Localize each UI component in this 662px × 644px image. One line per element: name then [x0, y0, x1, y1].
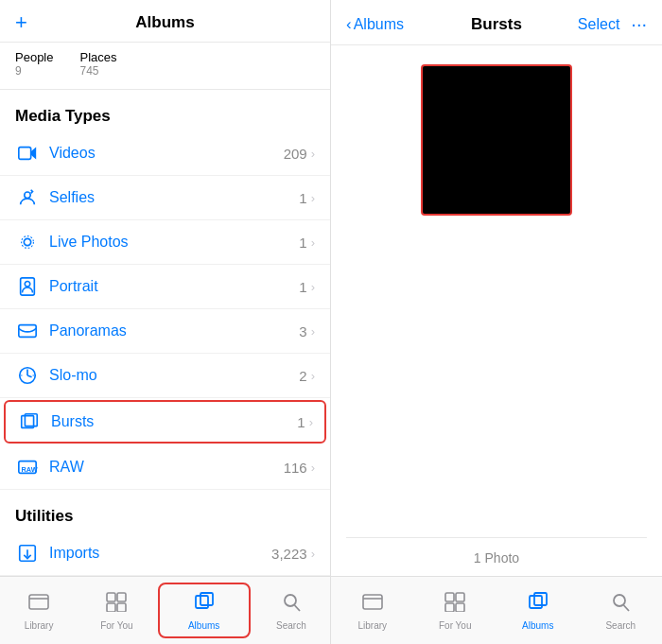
left-tab-bar: Library For You Albums Search [0, 576, 330, 644]
svg-rect-25 [196, 596, 208, 608]
svg-rect-33 [456, 603, 464, 612]
left-panel: + Albums People 9 Places 745 Media Types… [0, 0, 331, 644]
svg-point-6 [25, 282, 30, 287]
svg-line-10 [27, 375, 32, 377]
people-item[interactable]: People 9 [15, 50, 53, 78]
left-tab-library[interactable]: Library [0, 577, 78, 644]
live-photo-icon [15, 230, 40, 254]
media-types-header: Media Types [0, 90, 330, 131]
svg-rect-32 [445, 603, 454, 612]
video-icon [15, 141, 40, 165]
svg-point-3 [24, 238, 30, 245]
svg-rect-21 [107, 593, 115, 601]
svg-rect-30 [445, 593, 454, 601]
list-item-raw[interactable]: RAW RAW 116 › [0, 445, 330, 490]
right-content: 1 Photo [331, 45, 662, 576]
raw-chevron: › [311, 461, 315, 475]
svg-rect-23 [107, 603, 115, 612]
imports-count: 3,223 [271, 546, 307, 562]
right-tab-search[interactable]: Search [580, 577, 663, 644]
right-tab-library[interactable]: Library [331, 577, 414, 644]
list-item-live-photos[interactable]: Live Photos 1 › [0, 220, 330, 265]
portrait-icon [15, 274, 40, 299]
back-label: Albums [354, 16, 404, 33]
back-button[interactable]: ‹ Albums [346, 15, 404, 34]
list-item-bursts[interactable]: Bursts 1 › [4, 400, 326, 444]
list-item-panoramas[interactable]: Panoramas 3 › [0, 309, 330, 354]
right-tab-albums[interactable]: Albums [496, 577, 580, 644]
photo-count-text: 1 Photo [474, 550, 519, 566]
slomo-icon [15, 363, 40, 388]
videos-chevron: › [311, 147, 315, 161]
raw-icon: RAW [15, 455, 40, 479]
live-photos-count: 1 [299, 235, 306, 251]
videos-count: 209 [284, 146, 307, 162]
panoramas-chevron: › [311, 324, 315, 339]
svg-marker-1 [31, 148, 36, 160]
left-title: Albums [135, 13, 194, 32]
left-tab-library-label: Library [25, 620, 54, 631]
portrait-count: 1 [299, 279, 306, 295]
right-foryou-tab-icon [444, 591, 466, 618]
left-tab-for-you-label: For You [100, 620, 132, 631]
bursts-icon [17, 409, 42, 434]
list-item-selfies[interactable]: Selfies 1 › [0, 176, 330, 220]
search-tab-icon [280, 591, 303, 618]
select-button[interactable]: Select [578, 16, 619, 33]
svg-rect-0 [19, 148, 31, 160]
svg-rect-20 [29, 595, 48, 609]
right-tab-library-label: Library [357, 620, 387, 631]
more-button[interactable]: ··· [631, 13, 647, 35]
svg-point-2 [25, 192, 30, 198]
places-label: Places [79, 50, 116, 64]
burst-thumbnail[interactable] [421, 64, 572, 216]
svg-point-27 [285, 595, 296, 606]
photo-count-bar: 1 Photo [346, 537, 647, 576]
list-item-portrait[interactable]: Portrait 1 › [0, 265, 330, 309]
slo-mo-chevron: › [311, 369, 315, 383]
raw-label: RAW [49, 459, 284, 476]
imports-label: Imports [49, 545, 271, 562]
list-item-videos[interactable]: Videos 209 › [0, 131, 330, 176]
right-tab-albums-label: Albums [522, 620, 553, 631]
right-header: ‹ Albums Bursts Select ··· [331, 0, 662, 45]
svg-rect-22 [117, 593, 126, 601]
list-item-imports[interactable]: Imports 3,223 › [0, 531, 330, 576]
right-tab-bar: Library For You Albums Search [331, 576, 662, 644]
svg-line-28 [294, 605, 300, 611]
portrait-label: Portrait [49, 278, 299, 295]
svg-point-36 [614, 595, 625, 606]
imports-chevron: › [311, 547, 315, 561]
svg-rect-24 [117, 603, 126, 612]
svg-rect-29 [363, 595, 382, 609]
people-places-row: People 9 Places 745 [0, 43, 330, 90]
right-tab-for-you-label: For You [439, 620, 471, 631]
raw-count: 116 [284, 460, 307, 476]
selfie-icon [15, 185, 40, 210]
svg-rect-31 [456, 593, 464, 601]
bursts-label: Bursts [51, 413, 297, 430]
bursts-chevron: › [309, 415, 313, 429]
places-count: 745 [79, 64, 116, 78]
slo-mo-count: 2 [299, 368, 306, 384]
library-tab-icon [27, 591, 50, 618]
svg-text:RAW: RAW [22, 465, 38, 474]
places-item[interactable]: Places 745 [79, 50, 116, 78]
right-tab-for-you[interactable]: For You [414, 577, 497, 644]
left-tab-for-you[interactable]: For You [78, 577, 155, 644]
list-item-slo-mo[interactable]: Slo-mo 2 › [0, 354, 330, 398]
utilities-header: Utilities [0, 490, 330, 531]
selfies-label: Selfies [49, 189, 299, 206]
bursts-count: 1 [297, 414, 305, 430]
slo-mo-label: Slo-mo [49, 367, 299, 384]
left-tab-search[interactable]: Search [253, 577, 330, 644]
albums-tab-icon [193, 591, 216, 618]
live-photos-chevron: › [311, 235, 315, 250]
left-tab-albums[interactable]: Albums [158, 583, 251, 638]
add-button[interactable]: + [15, 12, 27, 33]
live-photos-label: Live Photos [49, 234, 299, 251]
right-header-actions: Select ··· [578, 13, 647, 35]
left-tab-albums-label: Albums [188, 620, 219, 631]
right-search-tab-icon [609, 591, 632, 618]
svg-rect-26 [200, 593, 213, 605]
